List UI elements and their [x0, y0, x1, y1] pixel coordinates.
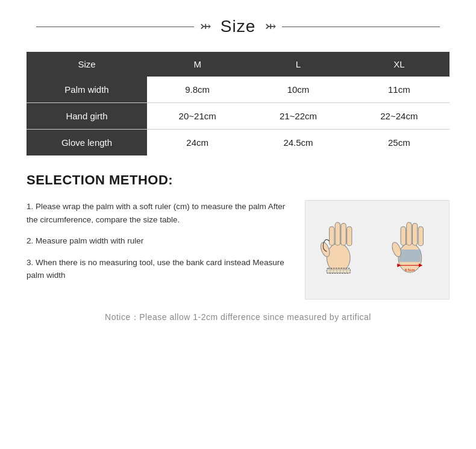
notice-text: Notice：Please allow 1-2cm difference sin…: [105, 312, 371, 322]
header-line-right: [282, 27, 440, 27]
svg-rect-16: [399, 250, 421, 262]
size-table: Size M L XL Palm width 9.8cm 10cm 11cm H…: [27, 52, 449, 155]
svg-rect-2: [330, 227, 334, 245]
selection-section: SELECTION METHOD: 1. Please wrap the pal…: [27, 172, 449, 300]
col-header-m: M: [147, 52, 248, 77]
selection-title: SELECTION METHOD:: [27, 172, 449, 188]
row-l: 24.5cm: [248, 130, 348, 156]
svg-rect-4: [341, 223, 346, 245]
row-label: Glove length: [27, 130, 147, 156]
table-row: Glove length 24cm 24.5cm 25cm: [27, 130, 449, 156]
row-xl: 11cm: [349, 77, 449, 103]
svg-rect-19: [412, 223, 417, 245]
chevron-right-icon[interactable]: ⤔: [265, 20, 276, 33]
selection-text: 1. Please wrap the palm with a soft rule…: [27, 200, 290, 282]
row-m: 24cm: [147, 130, 248, 156]
header-title: Size: [217, 17, 259, 36]
row-label: Hand girth: [27, 103, 147, 130]
row-xl: 25cm: [349, 130, 449, 156]
row-m: 9.8cm: [147, 77, 248, 103]
notice-row: Notice：Please allow 1-2cm difference sin…: [27, 312, 449, 323]
size-table-wrapper: Size M L XL Palm width 9.8cm 10cm 11cm H…: [27, 52, 449, 155]
step-1: 1. Please wrap the palm with a soft rule…: [27, 200, 290, 226]
row-label: Palm width: [27, 77, 147, 103]
col-header-l: L: [248, 52, 348, 77]
step-2: 2. Measure palm width with ruler: [27, 234, 290, 248]
selection-image: 8.5cm: [305, 200, 449, 300]
row-l: 10cm: [248, 77, 348, 103]
svg-rect-8: [327, 269, 350, 273]
svg-rect-3: [335, 222, 340, 245]
header-row: ⤔ Size ⤔: [0, 0, 476, 47]
col-header-size: Size: [27, 52, 147, 77]
selection-content: 1. Please wrap the palm with a soft rule…: [27, 200, 449, 300]
row-xl: 22~24cm: [349, 103, 449, 130]
svg-rect-5: [347, 227, 352, 246]
row-l: 21~22cm: [248, 103, 348, 130]
table-row: Hand girth 20~21cm 21~22cm 22~24cm: [27, 103, 449, 130]
svg-text:8.5cm: 8.5cm: [405, 268, 415, 272]
step-3: 3. When there is no measuring tool, use …: [27, 256, 290, 282]
table-header-row: Size M L XL: [27, 52, 449, 77]
row-m: 20~21cm: [147, 103, 248, 130]
svg-rect-18: [407, 222, 412, 245]
svg-rect-17: [401, 227, 406, 245]
chevron-left-icon[interactable]: ⤔: [200, 20, 211, 33]
header-line-left: [36, 27, 194, 27]
col-header-xl: XL: [349, 52, 449, 77]
hand-svg: 8.5cm: [305, 201, 449, 299]
svg-rect-20: [418, 227, 423, 246]
table-row: Palm width 9.8cm 10cm 11cm: [27, 77, 449, 103]
